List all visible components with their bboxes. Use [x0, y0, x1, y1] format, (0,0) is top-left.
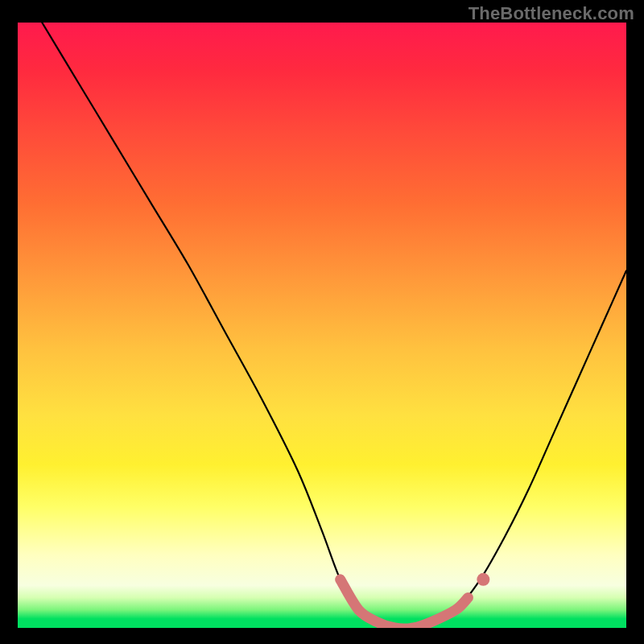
- bottleneck-curve: [42, 23, 626, 628]
- chart-frame: TheBottleneck.com: [0, 0, 644, 644]
- watermark-text: TheBottleneck.com: [469, 3, 634, 24]
- plot-area: [18, 23, 626, 628]
- chart-svg: [18, 23, 626, 628]
- highlight-dot: [477, 573, 489, 586]
- highlight-segment: [341, 580, 469, 628]
